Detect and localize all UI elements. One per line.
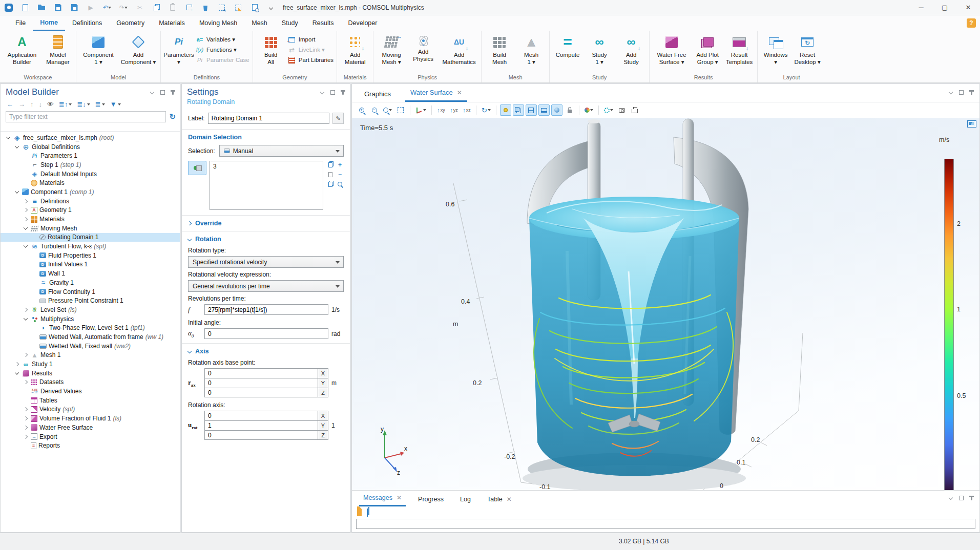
add-mathematics-button[interactable]: Add Mathematics [440,33,478,66]
panel-menu-icon[interactable] [948,89,954,95]
color-theme-button[interactable] [583,104,595,116]
tree-item-parameters-1[interactable]: Parameters 1 [1,151,180,160]
tab-file[interactable]: File [8,15,33,31]
panel-pin-icon[interactable] [968,495,974,501]
messages-field[interactable] [356,519,975,529]
tree-item-initial-values-1[interactable]: Initial Values 1 [1,260,180,269]
section-axis[interactable]: Axis [188,348,344,355]
move-up-button[interactable]: ↑ [30,100,34,108]
close-button[interactable]: ✕ [956,0,980,15]
tree-item-turbulent-flow[interactable]: Turbulent Flow, k-ε(spf) [1,242,180,251]
find-icon[interactable] [250,3,259,12]
domain-selection-list[interactable]: 3 [210,161,323,210]
close-tab-icon[interactable]: ✕ [457,89,462,96]
add-component-button[interactable]: Add Component ▾ [119,33,157,66]
minimize-button[interactable]: ─ [909,0,933,15]
go-to-default-view-button[interactable] [414,104,428,116]
graphics-settings-button[interactable] [602,104,615,116]
environment-reflections-button[interactable] [551,104,562,116]
tree-item-flow-continuity-1[interactable]: Flow Continuity 1 [1,287,180,297]
panel-pin-icon[interactable] [968,89,974,95]
tree-item-rotating-domain-1[interactable]: Rotating Domain 1 [1,233,180,242]
tree-item-root[interactable]: free_surface_mixer_ls.mph(root) [1,133,180,142]
tree-item-water-free-surface[interactable]: Water Free Surface [1,423,180,432]
expand-all-button[interactable]: ≣↑ [59,100,72,108]
tree-item-mesh-1[interactable]: Mesh 1 [1,351,180,360]
tab-table[interactable]: Table✕ [483,496,516,506]
section-domain-selection[interactable]: Domain Selection [188,134,344,141]
zoom-extents-button[interactable] [395,104,406,116]
panel-menu-icon[interactable] [319,89,325,95]
close-tab-icon[interactable]: ✕ [507,496,512,503]
back-button[interactable]: ← [7,100,13,108]
tree-item-step-1[interactable]: Step 1(step 1) [1,160,180,170]
tree-item-multiphysics[interactable]: Multiphysics [1,314,180,324]
tree-item-materials-global[interactable]: Materials [1,178,180,187]
tree-item-velocity[interactable]: Velocity(spf) [1,405,180,414]
base-point-y-input[interactable] [204,378,318,388]
build-all-button[interactable]: Build All [256,33,286,66]
tab-mesh[interactable]: Mesh [244,15,275,31]
tree-item-materials[interactable]: Materials [1,215,180,224]
tab-materials[interactable]: Materials [152,15,192,31]
delete-icon[interactable] [201,3,210,12]
copy-icon[interactable] [152,3,161,12]
tree-item-results[interactable]: Results [1,369,180,378]
panel-float-icon[interactable] [958,495,964,501]
initial-angle-input[interactable] [204,328,328,339]
show-material-color-button[interactable] [538,104,550,116]
clear-messages-icon[interactable] [357,509,362,516]
tab-log[interactable]: Log [456,496,475,506]
tree-filter-input[interactable] [6,111,166,122]
section-rotation[interactable]: Rotation [188,236,344,243]
show-grid-button[interactable] [526,104,537,116]
panel-menu-icon[interactable] [149,89,155,95]
windows-button[interactable]: Windows ▾ [761,33,790,66]
panel-pin-icon[interactable] [340,89,346,95]
tree-item-datasets[interactable]: Datasets [1,378,180,387]
select-box-icon[interactable] [217,3,226,12]
tree-item-fluid-properties-1[interactable]: Fluid Properties 1 [1,251,180,260]
tree-item-wetted-wall-2[interactable]: Wetted Wall, Fixed wall(ww2) [1,342,180,351]
refresh-icon[interactable] [169,112,176,121]
panel-float-icon[interactable] [329,89,336,95]
label-input[interactable] [208,113,329,124]
base-point-x-input[interactable] [204,368,318,378]
save-as-icon[interactable] [70,3,79,12]
scene-light-button[interactable] [500,104,511,116]
zoom-out-button[interactable]: − [369,104,380,116]
rotational-velocity-expression-dropdown[interactable]: General revolutions per time [188,280,344,292]
undo-icon[interactable]: ↶ [102,3,112,12]
tree-item-volume-fraction[interactable]: Volume Fraction of Fluid 1(ls) [1,414,180,423]
tab-graphics[interactable]: Graphics [359,90,396,102]
copy-selection-icon[interactable] [326,161,334,168]
show-eye-button[interactable]: 👁 [47,100,54,108]
section-override[interactable]: Override [188,220,344,227]
tree-item-global-definitions[interactable]: Global Definitions [1,142,180,152]
clear-selection-icon[interactable] [234,3,243,12]
zoom-box-button[interactable] [382,104,393,116]
node-text-button[interactable]: ≣ [95,100,105,108]
part-libraries-button[interactable]: Part Libraries [288,56,333,64]
panel-pin-icon[interactable] [170,89,176,95]
reset-desktop-button[interactable]: Reset Desktop ▾ [793,33,822,66]
open-file-icon[interactable] [37,3,46,12]
clear-selection-icon[interactable] [326,180,334,188]
tab-progress[interactable]: Progress [414,496,448,506]
filter-button[interactable]: ▼ [110,100,121,108]
tree-item-default-model-inputs[interactable]: Default Model Inputs [1,170,180,179]
base-point-z-input[interactable] [204,388,318,397]
customize-toolbar-icon[interactable] [266,3,276,12]
mixer-3d-scene[interactable] [352,118,979,490]
tree-item-component-1[interactable]: Component 1(comp 1) [1,187,180,197]
rotation-type-dropdown[interactable]: Specified rotational velocity [188,256,344,268]
view-yz-button[interactable]: ↑yz [448,104,460,116]
tab-study[interactable]: Study [275,15,305,31]
tree-item-wetted-wall-1[interactable]: Wetted Wall, Automatic from frame(ww 1) [1,332,180,342]
study-1-button[interactable]: Study 1 ▾ [585,33,614,66]
rotate-view-button[interactable]: ↻ [480,104,492,116]
mesh-1-button[interactable]: Mesh 1 ▾ [516,33,546,66]
panel-float-icon[interactable] [159,89,165,95]
tab-water-surface[interactable]: Water Surface✕ [405,89,467,102]
tree-item-study-1[interactable]: Study 1 [1,359,180,369]
